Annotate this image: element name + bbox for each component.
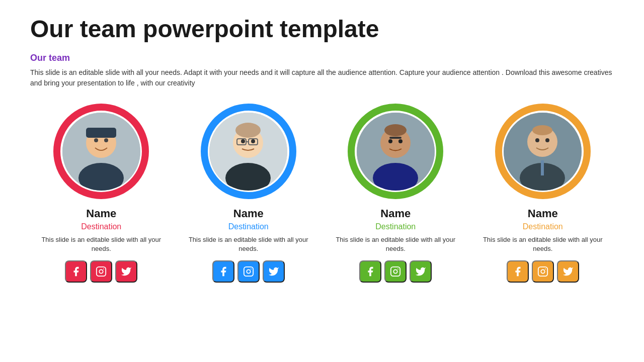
avatar-inner-4 [504, 113, 582, 191]
member-destination-4: Destination [523, 222, 563, 231]
page-container: Our team powerpoint template Our team Th… [0, 0, 644, 362]
team-member-2: Name Destination This slide is an editab… [183, 104, 314, 283]
member-name-2: Name [233, 207, 264, 220]
twitter-button-1[interactable] [115, 260, 137, 283]
facebook-button-2[interactable] [212, 260, 234, 283]
svg-point-13 [251, 139, 255, 143]
svg-point-7 [100, 270, 103, 274]
svg-rect-28 [391, 267, 400, 276]
svg-point-26 [384, 124, 407, 136]
facebook-button-4[interactable] [507, 260, 529, 283]
twitter-button-4[interactable] [557, 260, 579, 283]
svg-rect-5 [86, 128, 116, 138]
social-icons-2 [212, 260, 285, 283]
team-member-1: Name Destination This slide is an editab… [36, 104, 167, 283]
svg-point-24 [388, 139, 392, 143]
team-member-4: Name Destination This slide is an editab… [477, 104, 608, 283]
avatar-inner-2 [209, 113, 287, 191]
avatar-2 [201, 104, 296, 199]
instagram-button-1[interactable] [90, 260, 112, 283]
svg-rect-6 [97, 267, 106, 276]
member-name-4: Name [528, 207, 558, 220]
svg-point-29 [394, 270, 397, 274]
member-destination-1: Destination [81, 222, 121, 231]
avatar-3 [348, 104, 443, 199]
member-destination-2: Destination [228, 222, 269, 231]
member-destination-3: Destination [375, 222, 416, 231]
svg-point-36 [532, 125, 552, 135]
social-icons-3 [359, 260, 432, 283]
page-title: Our team powerpoint template [30, 15, 614, 43]
facebook-button-3[interactable] [359, 260, 381, 283]
svg-rect-38 [538, 267, 547, 276]
avatar-inner-1 [62, 113, 140, 191]
svg-point-25 [398, 139, 403, 143]
twitter-button-2[interactable] [263, 260, 285, 283]
member-desc-1: This slide is an editable slide with all… [36, 235, 167, 253]
facebook-button-1[interactable] [65, 260, 87, 283]
instagram-button-3[interactable] [384, 260, 407, 283]
social-icons-1 [65, 260, 137, 283]
avatar-inner-3 [357, 113, 435, 191]
svg-rect-18 [244, 267, 253, 276]
twitter-button-3[interactable] [410, 260, 432, 283]
avatar-ring-4 [495, 104, 591, 199]
svg-rect-27 [389, 137, 401, 139]
team-member-3: Name Destination This slide is an editab… [330, 104, 461, 283]
svg-point-3 [94, 138, 98, 142]
svg-point-8 [103, 268, 104, 269]
svg-point-20 [251, 268, 252, 269]
avatar-ring-3 [348, 104, 443, 199]
section-desc: This slide is an editable slide with all… [30, 67, 614, 88]
svg-point-30 [397, 268, 398, 269]
svg-point-17 [235, 123, 261, 138]
member-name-1: Name [86, 207, 116, 220]
svg-point-19 [247, 270, 250, 274]
svg-point-4 [104, 138, 108, 142]
svg-point-12 [241, 139, 245, 143]
member-desc-3: This slide is an editable slide with all… [330, 235, 461, 253]
instagram-button-4[interactable] [532, 260, 554, 283]
svg-point-39 [541, 270, 544, 274]
member-name-3: Name [380, 207, 411, 220]
avatar-ring-2 [201, 104, 296, 199]
svg-point-40 [545, 268, 546, 269]
member-desc-2: This slide is an editable slide with all… [183, 235, 314, 253]
team-grid: Name Destination This slide is an editab… [30, 104, 614, 283]
svg-point-34 [535, 138, 539, 142]
social-icons-4 [507, 260, 579, 283]
svg-point-35 [545, 138, 549, 142]
section-title: Our team [30, 53, 614, 63]
member-desc-4: This slide is an editable slide with all… [477, 235, 608, 253]
avatar-1 [53, 104, 149, 199]
avatar-4 [495, 104, 591, 199]
avatar-ring-1 [53, 104, 149, 199]
instagram-button-2[interactable] [237, 260, 260, 283]
